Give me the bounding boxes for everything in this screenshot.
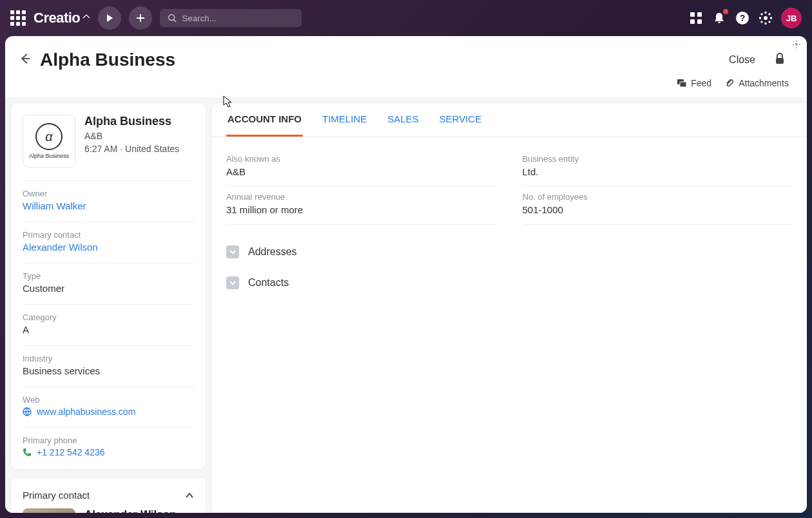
phone-label: Primary phone — [23, 436, 194, 445]
web-label: Web — [23, 395, 194, 405]
lock-icon — [775, 53, 785, 64]
lock-button[interactable] — [771, 49, 789, 70]
add-button[interactable] — [129, 6, 152, 30]
contacts-section-label: Contacts — [248, 277, 289, 289]
svg-rect-4 — [697, 19, 702, 24]
entity-label: Business entity — [523, 154, 793, 164]
category-label: Category — [23, 312, 194, 322]
arrow-left-icon — [18, 52, 31, 65]
tab-sales[interactable]: SALES — [386, 103, 420, 137]
phone-icon — [23, 448, 32, 457]
help-icon[interactable]: ? — [735, 10, 750, 26]
category-value: A — [23, 324, 194, 335]
primary-contact-section-title: Primary contact — [23, 490, 90, 501]
svg-point-0 — [169, 15, 175, 21]
search-icon — [168, 13, 177, 23]
contacts-section-toggle[interactable]: Contacts — [212, 267, 807, 298]
tab-account-info[interactable]: ACCOUNT INFO — [226, 103, 303, 137]
apps-menu-icon[interactable] — [10, 10, 26, 26]
apps-switcher-icon[interactable] — [688, 10, 704, 26]
chevron-down-icon — [226, 276, 239, 289]
addresses-section-toggle[interactable]: Addresses — [212, 236, 807, 267]
account-summary-card: α Alpha Business Alpha Business A&B 6:27… — [10, 102, 206, 470]
feed-icon — [677, 78, 687, 88]
tab-service[interactable]: SERVICE — [438, 103, 483, 137]
revenue-label: Annual revenue — [226, 192, 497, 202]
addresses-section-label: Addresses — [248, 246, 297, 258]
tab-timeline[interactable]: TIMELINE — [321, 103, 368, 137]
logo-glyph-icon — [82, 14, 90, 22]
owner-label: Owner — [23, 189, 194, 198]
account-name: Alpha Business — [84, 115, 179, 128]
app-logo[interactable]: Creatio — [34, 10, 90, 26]
svg-rect-2 — [697, 12, 702, 17]
svg-rect-11 — [680, 82, 686, 87]
chevron-down-icon — [226, 245, 239, 258]
owner-value[interactable]: William Walker — [23, 200, 194, 211]
primary-contact-value[interactable]: Alexander Wilson — [23, 242, 194, 253]
notification-dot-icon — [723, 9, 728, 14]
play-button[interactable] — [98, 6, 121, 30]
type-label: Type — [23, 271, 194, 281]
globe-icon — [23, 407, 32, 416]
chevron-up-icon — [185, 491, 194, 500]
plus-icon — [136, 14, 145, 23]
notifications-icon[interactable] — [711, 10, 727, 26]
settings-icon[interactable] — [758, 10, 773, 26]
phone-value[interactable]: +1 212 542 4236 — [37, 447, 105, 457]
svg-rect-3 — [690, 19, 695, 24]
employees-value[interactable]: 501-1000 — [523, 204, 793, 215]
svg-rect-1 — [690, 12, 695, 17]
entity-value[interactable]: Ltd. — [523, 166, 793, 177]
page-title: Alpha Business — [40, 50, 175, 70]
attachment-icon — [724, 78, 735, 88]
contact-avatar[interactable] — [23, 508, 75, 513]
svg-point-8 — [795, 43, 798, 46]
feed-label: Feed — [691, 78, 711, 88]
svg-rect-9 — [776, 58, 784, 64]
back-button[interactable] — [18, 52, 31, 67]
web-value[interactable]: www.alphabusiness.com — [37, 407, 135, 417]
close-button[interactable]: Close — [722, 50, 762, 70]
account-time-location: 6:27 AM · United States — [84, 144, 179, 154]
aka-value[interactable]: A&B — [226, 166, 497, 177]
type-value: Customer — [23, 283, 194, 294]
revenue-value[interactable]: 31 million or more — [226, 204, 497, 215]
global-search[interactable] — [160, 9, 302, 27]
primary-contact-toggle[interactable]: Primary contact — [23, 490, 194, 501]
employees-label: No. of employees — [523, 192, 793, 202]
user-avatar[interactable]: JB — [781, 8, 802, 28]
account-alias: A&B — [84, 131, 179, 141]
primary-contact-label: Primary contact — [23, 230, 194, 240]
industry-label: Industry — [23, 354, 194, 363]
contact-name: Alexander Wilson — [84, 508, 179, 513]
panel-settings-icon[interactable] — [793, 40, 800, 50]
aka-label: Also known as — [226, 154, 497, 164]
svg-point-7 — [764, 16, 768, 20]
play-icon — [105, 14, 114, 23]
account-logo[interactable]: α Alpha Business — [23, 115, 75, 168]
search-input[interactable] — [182, 14, 294, 23]
industry-value: Business services — [23, 365, 194, 376]
attachments-label: Attachments — [739, 78, 789, 88]
attachments-button[interactable]: Attachments — [724, 78, 789, 88]
svg-text:?: ? — [740, 13, 746, 23]
feed-button[interactable]: Feed — [677, 78, 711, 88]
primary-contact-card: Primary contact Alexander Wilson 11/5/19… — [10, 477, 206, 513]
